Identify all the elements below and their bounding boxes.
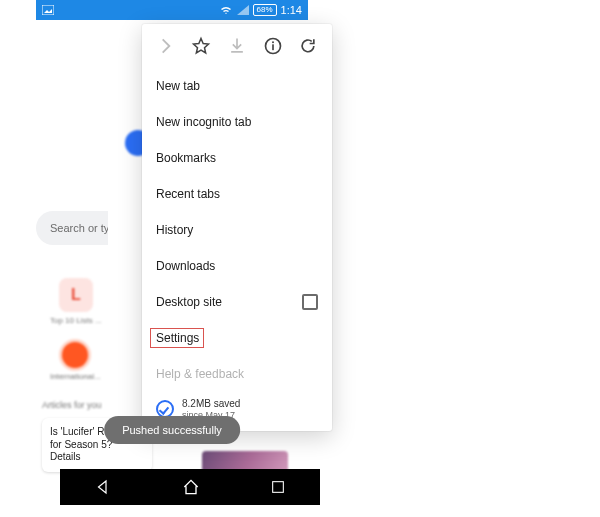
android-nav-bar: [60, 469, 320, 505]
toast-message: Pushed successfully: [104, 416, 240, 444]
svg-rect-3: [272, 44, 274, 50]
menu-icon-row: [142, 24, 332, 68]
overflow-menu: New tab New incognito tab Bookmarks Rece…: [142, 24, 332, 431]
download-icon[interactable]: [226, 35, 248, 57]
suggested-site-tile[interactable]: International...: [50, 338, 101, 381]
menu-item-desktop-site[interactable]: Desktop site: [142, 284, 332, 320]
image-icon: [42, 5, 54, 15]
menu-item-history[interactable]: History: [142, 212, 332, 248]
svg-rect-4: [272, 482, 283, 493]
clock: 1:14: [281, 4, 302, 16]
info-icon[interactable]: [262, 35, 284, 57]
articles-header: Articles for you: [42, 400, 102, 410]
battery-percent: 68%: [257, 5, 273, 15]
reload-icon[interactable]: [297, 35, 319, 57]
site-icon: [62, 342, 88, 368]
menu-item-new-tab[interactable]: New tab: [142, 68, 332, 104]
forward-icon[interactable]: [155, 35, 177, 57]
menu-item-help-feedback[interactable]: Help & feedback: [142, 356, 332, 392]
menu-item-recent-tabs[interactable]: Recent tabs: [142, 176, 332, 212]
menu-item-bookmarks[interactable]: Bookmarks: [142, 140, 332, 176]
bookmark-star-icon[interactable]: [190, 35, 212, 57]
wifi-icon: [219, 5, 233, 15]
home-button[interactable]: [181, 477, 201, 497]
search-placeholder: Search or ty: [50, 222, 108, 234]
suggested-site-tile[interactable]: L Top 10 Lists ...: [50, 278, 102, 325]
menu-item-new-incognito[interactable]: New incognito tab: [142, 104, 332, 140]
phone-frame: 68% 1:14 Search or ty L Top 10 Lists ...…: [36, 0, 308, 505]
back-button[interactable]: [94, 478, 112, 496]
site-label: Top 10 Lists ...: [50, 316, 102, 325]
recents-button[interactable]: [270, 479, 286, 495]
svg-point-2: [272, 41, 274, 43]
status-bar: 68% 1:14: [36, 0, 308, 20]
svg-rect-0: [42, 5, 54, 15]
battery-indicator: 68%: [253, 4, 277, 16]
signal-icon: [237, 5, 249, 15]
site-label: International...: [50, 372, 101, 381]
menu-item-settings[interactable]: Settings: [142, 320, 332, 356]
site-icon: L: [59, 278, 93, 312]
menu-item-downloads[interactable]: Downloads: [142, 248, 332, 284]
desktop-site-checkbox[interactable]: [302, 294, 318, 310]
search-input[interactable]: Search or ty: [36, 211, 108, 245]
